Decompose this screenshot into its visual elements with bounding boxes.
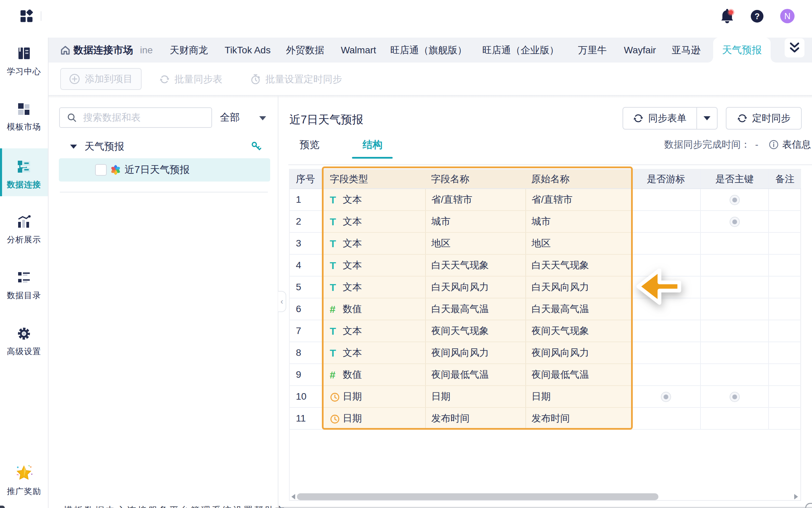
type-label: 文本 (343, 282, 362, 292)
type-filter-select[interactable]: 全部 (220, 107, 275, 128)
cell-type: 日期 (324, 386, 425, 407)
cell-note (769, 386, 801, 407)
sidebar-item-高级设置[interactable]: 高级设置 (0, 321, 48, 360)
pk-radio-checked[interactable] (730, 195, 740, 205)
sidebar-item-数据目录[interactable]: 数据目录 (0, 265, 48, 304)
tab-preview[interactable]: 预览 (300, 138, 319, 152)
col-header-5: 是否主键 (700, 170, 769, 189)
cell-type: T文本 (324, 320, 425, 342)
cell-cursor (632, 232, 700, 254)
tabs-bottom-border (288, 164, 812, 165)
type-date-icon (330, 391, 343, 403)
caret-down-icon (704, 116, 710, 120)
tab-9[interactable]: Wayfair (624, 38, 656, 63)
tab-4[interactable]: 外贸数据 (286, 38, 324, 63)
batch-sync-button[interactable]: 批量同步表 (159, 63, 222, 96)
learn-icon (16, 46, 32, 63)
cursor-radio-checked[interactable] (661, 392, 671, 402)
app-logo-icon[interactable] (21, 10, 34, 24)
connector-tab-bar: 数据连接市场 ine天财商龙TikTok Ads外贸数据Walmart旺店通（旗… (49, 38, 812, 63)
tree-group-weather[interactable]: 天气预报 (70, 139, 124, 154)
sync-meta: 数据同步完成时间： - 表信息 (664, 138, 811, 151)
cell-cursor (632, 364, 700, 386)
info-circle-icon[interactable] (769, 139, 779, 150)
tab-structure[interactable]: 结构 (363, 138, 382, 152)
cell-note (769, 189, 801, 211)
cell-type: #数值 (324, 298, 425, 320)
sidebar-item-学习中心[interactable]: 学习中心 (0, 41, 48, 80)
collapse-panel-handle[interactable]: ‹ (278, 291, 286, 312)
settings-icon (16, 326, 31, 343)
tab-weather-forecast[interactable]: 天气预报 (713, 38, 771, 63)
col-header-4: 是否游标 (632, 170, 700, 189)
batch-schedule-sync-button[interactable]: 批量设置定时同步 (250, 63, 342, 96)
tab-1[interactable]: ine (140, 38, 153, 63)
dataset-title: 近7日天气预报 (289, 112, 363, 128)
sidebar-item-数据连接[interactable]: 数据连接 (0, 148, 48, 196)
cell-origin: 日期 (526, 386, 632, 407)
table-row: 8 T文本 夜间风向风力 夜间风向风力 (290, 342, 801, 364)
search-input[interactable]: 搜索数据和表 (59, 107, 212, 128)
batch-sync-label: 批量同步表 (174, 73, 222, 86)
tab-5[interactable]: Walmart (341, 38, 376, 63)
type-date-icon (330, 413, 343, 425)
dataset-pinwheel-icon (110, 164, 121, 177)
sync-form-dropdown-button[interactable] (697, 108, 717, 129)
cell-name: 地区 (425, 232, 526, 254)
dataset-row-selected[interactable]: 近7日天气预报 (59, 158, 270, 182)
sync-form-button[interactable]: 同步表单 (623, 108, 696, 129)
tab-8[interactable]: 万里牛 (578, 38, 607, 63)
clipped-bottom-right-shape (805, 503, 812, 508)
double-chevron-down-icon (789, 42, 800, 54)
schedule-sync-label: 定时同步 (752, 112, 790, 125)
help-icon[interactable]: ? (751, 10, 763, 23)
avatar[interactable]: N (780, 9, 795, 23)
cell-origin: 夜间天气现象 (526, 320, 632, 342)
tab-6[interactable]: 旺店通（旗舰版） (390, 38, 467, 63)
horizontal-scrollbar-thumb[interactable] (297, 493, 658, 500)
stopwatch-icon (250, 74, 261, 85)
logo-divider (41, 11, 41, 21)
schedule-sync-button[interactable]: 定时同步 (726, 107, 802, 130)
sidebar-item-推广奖励[interactable]: 推广奖励 (0, 465, 48, 506)
sidebar-item-label: 学习中心 (7, 66, 41, 77)
dataset-checkbox[interactable] (95, 164, 107, 176)
table-header-row: 序号字段类型字段名称原始名称是否游标是否主键备注 (290, 170, 801, 189)
tab-2[interactable]: 天财商龙 (170, 38, 208, 63)
refresh-icon (737, 113, 747, 123)
add-to-project-button[interactable]: 添加到项目 (60, 68, 142, 90)
pk-radio-checked[interactable] (730, 217, 740, 227)
pk-radio-checked[interactable] (730, 392, 740, 402)
structure-table: 序号字段类型字段名称原始名称是否游标是否主键备注 1 T文本 省/直辖市 省/直… (289, 169, 801, 501)
cell-origin: 白天风向风力 (526, 276, 632, 298)
tab-3[interactable]: TikTok Ads (225, 38, 271, 63)
expand-tabs-button[interactable] (785, 38, 804, 57)
cell-note (769, 232, 801, 254)
sidebar-item-模板市场[interactable]: 模板市场 (0, 97, 48, 135)
search-placeholder: 搜索数据和表 (83, 111, 141, 124)
scrollbar-left-arrow[interactable] (291, 494, 295, 499)
table-info-link[interactable]: 表信息 (782, 138, 811, 151)
add-to-project-label: 添加到项目 (85, 72, 133, 85)
type-text-icon: T (330, 194, 343, 206)
caret-down-icon (259, 116, 266, 120)
type-text-icon: T (330, 216, 343, 228)
cell-origin: 夜间风向风力 (526, 342, 632, 364)
notification-bell-icon[interactable] (720, 8, 735, 27)
type-label: 日期 (343, 391, 362, 402)
search-icon (67, 112, 77, 123)
key-icon[interactable] (251, 141, 262, 154)
table-row: 7 T文本 夜间天气现象 夜间天气现象 (290, 320, 801, 342)
tab-7[interactable]: 旺店通（企业版） (482, 38, 559, 63)
breadcrumb-market[interactable]: 数据连接市场 (60, 38, 133, 63)
sidebar-item-分析展示[interactable]: 分析展示 (0, 210, 48, 248)
cell-note (769, 254, 801, 276)
cell-cursor (632, 211, 700, 232)
type-label: 文本 (343, 260, 362, 270)
tree-group-label: 天气预报 (84, 140, 124, 153)
tree-collapse-caret-icon[interactable] (70, 145, 77, 149)
scrollbar-right-arrow[interactable] (794, 494, 798, 499)
tab-10[interactable]: 亚马逊 (672, 38, 700, 63)
analysis-icon (16, 214, 32, 231)
date-clock-icon (330, 414, 340, 424)
